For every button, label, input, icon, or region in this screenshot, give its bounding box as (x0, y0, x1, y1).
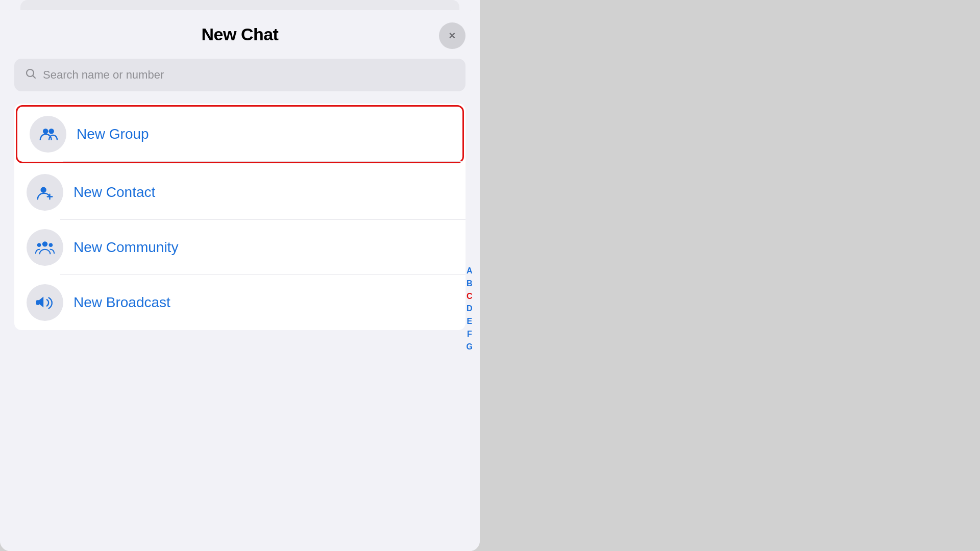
modal-header: New Chat × (0, 10, 480, 53)
svg-line-1 (33, 76, 36, 79)
svg-point-2 (43, 129, 48, 134)
new-broadcast-label: New Broadcast (74, 294, 170, 311)
new-community-icon-wrap (27, 229, 63, 266)
new-group-label: New Group (77, 126, 149, 142)
menu-item-new-contact[interactable]: New Contact (14, 165, 465, 220)
community-icon (35, 238, 55, 257)
menu-item-new-community[interactable]: New Community (14, 220, 465, 275)
contact-icon (35, 183, 55, 202)
alpha-D[interactable]: D (464, 303, 475, 315)
new-community-label: New Community (74, 239, 178, 256)
close-button[interactable]: × (439, 22, 465, 49)
alpha-C[interactable]: C (464, 291, 475, 303)
alpha-B[interactable]: B (464, 278, 475, 290)
modal-container: New Chat × (0, 0, 480, 551)
modal-title: New Chat (202, 24, 279, 44)
search-input[interactable] (43, 68, 455, 82)
menu-item-new-group[interactable]: New Group (17, 107, 462, 162)
group-icon (38, 124, 58, 144)
new-broadcast-icon-wrap (27, 284, 63, 321)
new-group-icon-wrap (30, 116, 66, 153)
broadcast-icon (35, 293, 55, 312)
menu-list: New Group New Contact (14, 104, 465, 330)
svg-point-7 (37, 243, 41, 247)
search-box (14, 59, 465, 91)
search-icon (24, 67, 37, 83)
svg-point-3 (48, 129, 54, 134)
new-contact-icon-wrap (27, 174, 63, 211)
new-contact-label: New Contact (74, 184, 155, 201)
svg-point-9 (49, 243, 53, 247)
alpha-E[interactable]: E (464, 316, 474, 328)
modal-sheet: New Chat × (0, 10, 480, 551)
svg-point-4 (40, 187, 46, 193)
search-container (0, 53, 480, 104)
alphabet-sidebar: A B C D E F G (464, 265, 475, 353)
alpha-F[interactable]: F (465, 329, 474, 340)
svg-point-8 (42, 241, 47, 246)
alpha-A[interactable]: A (464, 265, 475, 277)
menu-item-new-broadcast[interactable]: New Broadcast (14, 275, 465, 330)
alpha-G[interactable]: G (464, 341, 475, 353)
close-icon: × (449, 29, 456, 42)
